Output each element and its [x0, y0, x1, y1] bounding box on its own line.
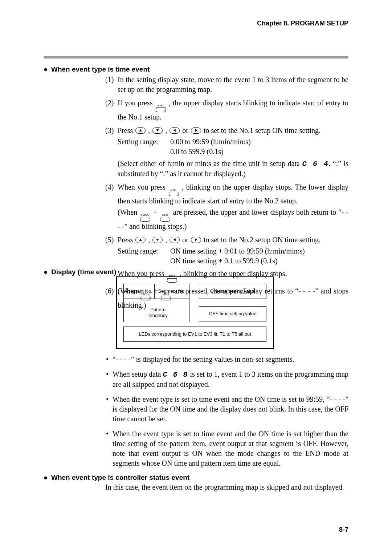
- section-3-body: In this case, the event item on the prog…: [105, 482, 348, 492]
- step-5: (5) Press , , or to set to the No.2 setu…: [105, 235, 348, 245]
- setting-range-row: ON time setting + 0.1 to 599.9 (0.1s): [118, 256, 348, 266]
- func-key-icon: FUNC: [140, 214, 150, 222]
- body-text: In this case, the event item on the prog…: [105, 483, 344, 491]
- step-1: (1) In the setting display state, move t…: [105, 75, 348, 94]
- setting-range-value: 0.0 to 599.9 (0.1s): [170, 147, 224, 157]
- display-diagram: Program No. Segment No. Pattern tendency…: [116, 276, 274, 349]
- down-key-icon: [152, 237, 163, 243]
- note-text: (Select either of h:min or min:s as the …: [118, 159, 302, 167]
- section-title: When event type is controller status eve…: [51, 474, 189, 481]
- step-number: (1): [105, 75, 114, 85]
- diagram-left-box: Program No. Segment No. Pattern tendency: [123, 284, 189, 322]
- ent-key-icon: ENT: [156, 104, 166, 112]
- step-text: Press: [118, 126, 135, 134]
- step-number: (4): [105, 182, 114, 192]
- step-text: to set to the No.1 setup ON time setting…: [204, 126, 320, 134]
- list-item: When the event type is set to time event…: [105, 429, 348, 468]
- page-header: Chapter 8. PROGRAM SETUP: [257, 19, 348, 28]
- note-text: When setup data: [113, 370, 163, 378]
- diagram-pattern-tendency: Pattern tendency: [148, 304, 189, 322]
- up-key-icon: [135, 127, 146, 134]
- setting-range-label: Setting range:: [118, 137, 168, 147]
- setting-range-value: 0:00 to 99:59 (h:min/min:s): [170, 137, 251, 147]
- step-3: (3) Press , , or to set to the No.1 setu…: [105, 126, 348, 135]
- setting-range-value: ON time setting + 0.1 to 599.9 (0.1s): [170, 256, 278, 266]
- setting-range-label: Setting range:: [118, 246, 168, 256]
- step-text: If you press: [118, 99, 155, 107]
- setting-range-value: ON time setting + 0:01 to 99:59 (h:min/m…: [170, 246, 305, 256]
- list-item: When the event type is set to time event…: [105, 394, 348, 424]
- header-rule: [44, 56, 348, 58]
- diagram-off-value: OFF time setting value: [199, 306, 266, 321]
- step-3-note: (Select either of h:min or min:s as the …: [118, 159, 348, 179]
- ent-key-icon: ENT: [169, 189, 179, 197]
- section-title: Display (time event): [51, 268, 117, 276]
- list-item: When setup data C 6 8 is set to 1, event…: [105, 369, 348, 389]
- diagram-segment-no: Segment No.: [155, 284, 189, 299]
- setting-range-row: Setting range: 0:00 to 99:59 (h:min/min:…: [118, 137, 348, 147]
- step-2: (2) If you press ENT , the upper display…: [105, 98, 348, 122]
- setup-code: C 6 4: [302, 160, 328, 168]
- section-title: When event type is time event: [51, 65, 150, 73]
- list-item: “- - - -” is displayed for the setting v…: [105, 355, 348, 364]
- setting-range-row: Setting range: ON time setting + 0:01 to…: [118, 246, 348, 256]
- note-text: are pressed, the upper and lower display…: [118, 208, 348, 230]
- down-key-icon: [152, 127, 163, 134]
- step-text: In the setting display state, move to th…: [118, 76, 348, 93]
- left-key-icon: [170, 237, 180, 243]
- note-text: (When: [118, 208, 139, 216]
- diagram-on-value: ON time setting value: [199, 284, 266, 299]
- section-time-event-heading: ● When event type is time event: [44, 65, 348, 74]
- right-key-icon: [191, 127, 201, 134]
- step-4: (4) When you press ENT , blinking on the…: [105, 182, 348, 206]
- page-number: 8-7: [339, 525, 348, 534]
- step-number: (2): [105, 98, 114, 108]
- up-key-icon: [135, 237, 146, 243]
- step-number: (3): [105, 126, 114, 135]
- section-display-heading: ● Display (time event): [44, 267, 348, 277]
- right-key-icon: [191, 237, 201, 243]
- display-notes: “- - - -” is displayed for the setting v…: [105, 355, 348, 473]
- step-text: Press: [118, 236, 135, 244]
- step-number: (5): [105, 235, 114, 245]
- diagram-leds-note: LEDs corresponding to EV1 to EV3 lit. T1…: [123, 327, 266, 342]
- step-text: to set to the No.2 setup ON time setting…: [204, 236, 320, 244]
- step-number: (6): [105, 286, 114, 296]
- step-4-note: (When FUNC + CLR are pressed, the upper …: [118, 207, 348, 231]
- left-key-icon: [170, 127, 180, 134]
- section-controller-status-heading: ● When event type is controller status e…: [44, 473, 348, 482]
- diagram-right-boxes: ON time setting value OFF time setting v…: [199, 284, 266, 321]
- setting-range-row: 0.0 to 599.9 (0.1s): [118, 147, 348, 157]
- setup-code: C 6 8: [163, 370, 188, 379]
- step-text: When you press: [118, 183, 168, 191]
- diagram-program-no: Program No.: [124, 284, 154, 299]
- clr-key-icon: CLR: [160, 214, 170, 222]
